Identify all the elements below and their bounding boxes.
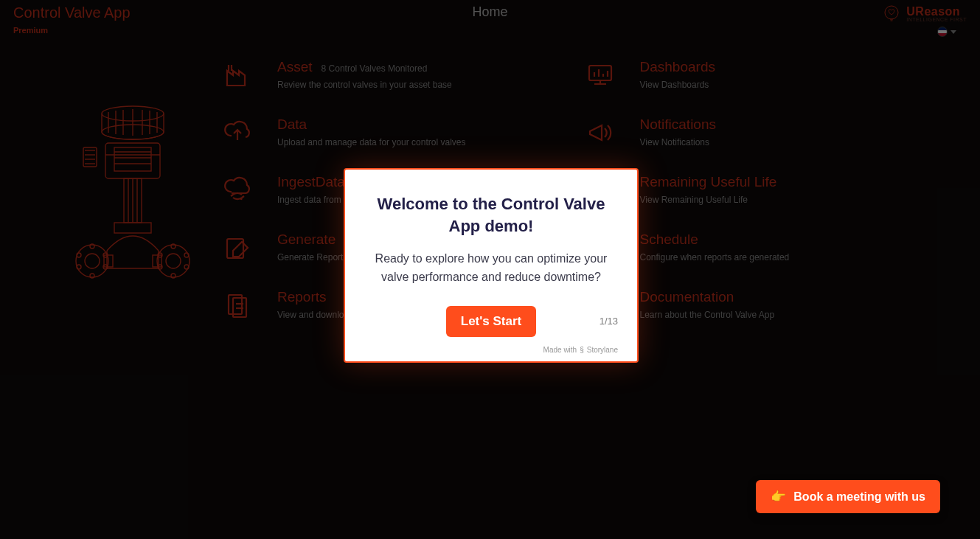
modal-title: Welcome to the Control Valve App demo! xyxy=(364,193,618,237)
menu-notifications-title: Notifications xyxy=(640,117,717,133)
svg-point-37 xyxy=(166,254,181,268)
madewith-prefix: Made with xyxy=(543,346,577,354)
menu-asset-extra: 8 Control Valves Monitored xyxy=(322,63,428,74)
menu-data[interactable]: Data Upload and manage data for your con… xyxy=(221,117,466,149)
welcome-modal: Welcome to the Control Valve App demo! R… xyxy=(344,168,639,363)
menu-notifications-desc: View Notifications xyxy=(640,137,717,147)
menu-schedule-title: Schedule xyxy=(640,232,698,248)
brain-bulb-icon xyxy=(881,4,902,22)
svg-rect-27 xyxy=(114,223,151,233)
svg-rect-19 xyxy=(114,147,151,171)
storylane-icon: § xyxy=(580,346,584,354)
step-counter: 1/13 xyxy=(574,316,618,327)
menu-asset-desc: Review the control valves in your asset … xyxy=(277,80,452,90)
tier-label: Premium xyxy=(13,26,131,35)
made-with-label[interactable]: Made with § Storylane xyxy=(543,346,618,354)
dashboard-icon xyxy=(584,59,616,91)
menu-generate-desc: Generate Reports xyxy=(277,252,347,262)
cloud-sync-icon xyxy=(221,174,254,206)
reports-icon xyxy=(221,289,254,321)
app-title: Control Valve App xyxy=(13,4,131,21)
book-meeting-label: Book a meeting with us xyxy=(793,490,925,504)
cloud-up-icon xyxy=(221,117,254,149)
factory-icon xyxy=(221,59,254,91)
menu-dashboards[interactable]: Dashboards View Dashboards xyxy=(584,59,790,91)
language-dropdown[interactable] xyxy=(937,27,956,37)
control-valve-icon xyxy=(63,103,203,324)
menu-docs-title: Documentation xyxy=(640,289,734,305)
compose-icon xyxy=(221,232,254,264)
menu-schedule-desc: Configure when reports are generated xyxy=(640,252,790,262)
menu-generate-title: Generate xyxy=(277,232,336,248)
valve-illustration xyxy=(44,59,221,324)
lets-start-button[interactable]: Let's Start xyxy=(446,306,536,337)
logo-subtext: INTELLIGENCE FIRST xyxy=(906,17,967,22)
svg-point-0 xyxy=(885,6,898,19)
svg-rect-17 xyxy=(105,143,160,178)
chevron-down-icon xyxy=(951,30,956,34)
menu-notifications[interactable]: Notifications View Notifications xyxy=(584,117,790,149)
menu-asset-title: Asset xyxy=(277,59,313,75)
uk-flag-icon xyxy=(937,27,948,37)
page-title: Home xyxy=(472,4,507,20)
menu-rul-desc: View Remaining Useful Life xyxy=(640,195,777,205)
book-meeting-button[interactable]: 👉 Book a meeting with us xyxy=(756,480,940,513)
madewith-brand: Storylane xyxy=(587,346,618,354)
menu-data-desc: Upload and manage data for your control … xyxy=(277,137,466,147)
megaphone-icon xyxy=(584,117,616,149)
modal-body: Ready to explore how you can optimize yo… xyxy=(364,250,618,287)
menu-dashboards-title: Dashboards xyxy=(640,59,715,75)
menu-ingest-title: IngestData xyxy=(277,174,345,190)
menu-dashboards-desc: View Dashboards xyxy=(640,80,715,90)
menu-docs-desc: Learn about the Control Valve App xyxy=(640,310,775,320)
svg-point-29 xyxy=(85,254,100,268)
pointing-hand-icon: 👉 xyxy=(771,489,786,504)
ureason-logo: UReason INTELLIGENCE FIRST xyxy=(881,4,967,22)
menu-reports-title: Reports xyxy=(277,289,327,305)
menu-asset[interactable]: Asset 8 Control Valves Monitored Review … xyxy=(221,59,466,91)
menu-data-title: Data xyxy=(277,117,307,133)
menu-rul-title: Remaining Useful Life xyxy=(640,174,777,190)
